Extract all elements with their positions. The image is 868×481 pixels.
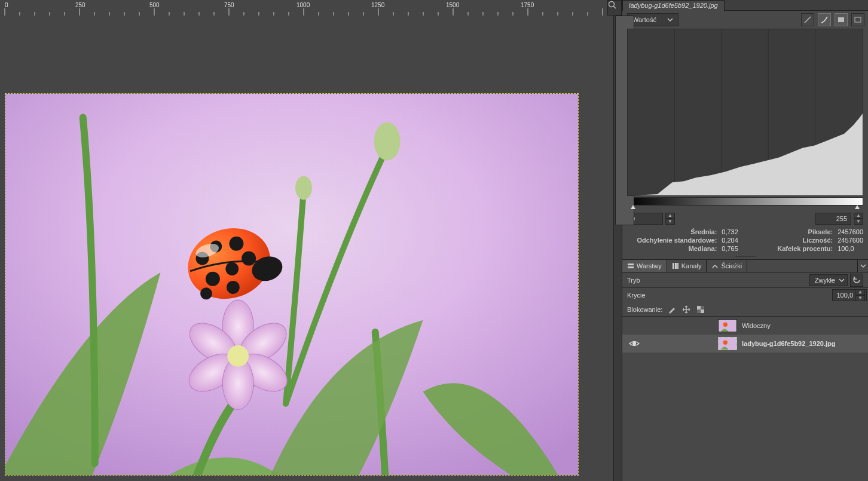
- lock-position-button[interactable]: [681, 305, 691, 314]
- canvas-viewport[interactable]: [0, 16, 622, 481]
- dock-resize-grip[interactable]: [622, 255, 868, 259]
- layer-list: Widoczny ladybug-g1d6fe5b92_1920.jpg: [622, 317, 868, 481]
- tab-channels[interactable]: Kanały: [667, 260, 707, 272]
- svg-point-89: [723, 323, 728, 327]
- opacity-row: Krycie 100,0 ▲▼: [622, 288, 868, 302]
- svg-text:1750: 1750: [521, 2, 534, 8]
- histogram-gradient: [627, 197, 863, 206]
- svg-rect-81: [673, 263, 674, 269]
- stat-pixels-label: Piksele:: [743, 228, 833, 235]
- svg-rect-91: [719, 338, 736, 350]
- tab-layers[interactable]: Warstwy: [622, 260, 667, 272]
- horizontal-ruler[interactable]: 0 250 500 750 1000 1250 1500 1750: [0, 0, 622, 16]
- stat-mean-label: Średnia:: [627, 228, 717, 235]
- stat-median-value: 0,765: [722, 245, 738, 252]
- svg-text:1000: 1000: [297, 2, 310, 8]
- stat-tile-value: 100,0: [838, 245, 863, 252]
- histogram-channel-dropdown[interactable]: Wartość: [627, 13, 678, 26]
- svg-rect-88: [719, 320, 736, 332]
- lock-row: Blokowanie:: [622, 302, 868, 317]
- visibility-toggle[interactable]: [627, 339, 641, 348]
- svg-rect-84: [697, 306, 701, 310]
- layer-name: Widoczny: [742, 322, 771, 329]
- svg-point-92: [723, 341, 728, 345]
- lock-pixels-button[interactable]: [667, 305, 677, 314]
- svg-rect-74: [855, 17, 861, 22]
- svg-point-54: [295, 176, 312, 200]
- svg-text:750: 750: [224, 2, 234, 8]
- svg-text:1500: 1500: [446, 2, 460, 8]
- histogram-max-input[interactable]: [815, 213, 851, 225]
- opacity-label: Krycie: [627, 292, 646, 299]
- svg-point-90: [632, 342, 636, 345]
- layer-name: ladybug-g1d6fe5b92_1920.jpg: [742, 340, 836, 347]
- lock-label: Blokowanie:: [627, 306, 662, 313]
- layer-thumbnail: [718, 337, 737, 350]
- svg-rect-79: [628, 264, 634, 265]
- side-dock: ladybug-g1d6fe5b92_1920.jpg Wartość: [622, 0, 868, 481]
- svg-text:500: 500: [149, 2, 160, 8]
- svg-rect-80: [628, 266, 634, 268]
- spinner-min[interactable]: ▲▼: [665, 213, 675, 225]
- stat-stddev-label: Odchylenie standardowe:: [627, 237, 717, 244]
- svg-point-50: [609, 2, 615, 7]
- stat-count-value: 2457600: [838, 237, 863, 244]
- histogram-style1-button[interactable]: [835, 13, 848, 26]
- zoom-toggle-button[interactable]: [607, 0, 622, 16]
- vertical-scrollbar[interactable]: [613, 16, 622, 481]
- svg-rect-86: [701, 306, 704, 310]
- histogram-header: Wartość: [622, 11, 868, 29]
- histogram-channel-label: Wartość: [632, 16, 656, 23]
- svg-rect-87: [697, 310, 701, 313]
- svg-text:0: 0: [5, 2, 8, 8]
- range-slider-max[interactable]: [855, 205, 860, 210]
- svg-point-61: [227, 345, 249, 367]
- image-canvas[interactable]: [5, 93, 579, 476]
- tab-paths[interactable]: Ścieżki: [707, 260, 747, 272]
- file-tab-bar: ladybug-g1d6fe5b92_1920.jpg: [622, 0, 868, 11]
- file-tab[interactable]: ladybug-g1d6fe5b92_1920.jpg: [622, 0, 725, 11]
- histogram-display[interactable]: [627, 29, 863, 196]
- svg-text:1250: 1250: [371, 2, 385, 8]
- stat-mean-value: 0,732: [722, 228, 738, 235]
- svg-rect-83: [677, 263, 678, 269]
- stat-stddev-value: 0,204: [722, 237, 738, 244]
- range-slider-min[interactable]: [631, 205, 635, 210]
- svg-rect-73: [838, 17, 844, 22]
- svg-line-51: [613, 6, 616, 8]
- panel-menu-button[interactable]: [857, 260, 868, 272]
- histogram-linear-button[interactable]: [801, 13, 814, 26]
- layer-row[interactable]: Widoczny: [622, 317, 868, 335]
- svg-text:250: 250: [75, 2, 85, 8]
- mode-switch-button[interactable]: [850, 274, 863, 287]
- histogram-log-button[interactable]: [818, 13, 831, 26]
- mode-dropdown[interactable]: Zwykłe: [809, 274, 848, 286]
- svg-point-53: [374, 122, 401, 161]
- mode-row: Tryb Zwykłe: [622, 272, 868, 288]
- layer-thumbnail: [718, 319, 737, 332]
- canvas-pane: 0 250 500 750 1000 1250 1500 1750: [0, 0, 622, 481]
- stat-tile-label: Kafelek procentu:: [743, 245, 833, 252]
- histogram-stats: Średnia: 0,732 Piksele: 2457600 Odchylen…: [627, 228, 863, 252]
- panel-tabs: Warstwy Kanały Ścieżki: [622, 259, 868, 272]
- lock-alpha-button[interactable]: [696, 305, 705, 314]
- layer-row[interactable]: ladybug-g1d6fe5b92_1920.jpg: [622, 335, 868, 353]
- svg-rect-85: [701, 310, 704, 313]
- stat-median-label: Mediana:: [627, 245, 717, 252]
- opacity-input[interactable]: 100,0 ▲▼: [832, 289, 867, 301]
- svg-rect-82: [675, 263, 677, 269]
- stat-count-label: Liczność:: [743, 237, 833, 244]
- spinner-max[interactable]: ▲▼: [854, 213, 863, 225]
- stat-pixels-value: 2457600: [838, 228, 863, 235]
- histogram-style2-button[interactable]: [851, 13, 864, 26]
- mode-label: Tryb: [627, 277, 640, 284]
